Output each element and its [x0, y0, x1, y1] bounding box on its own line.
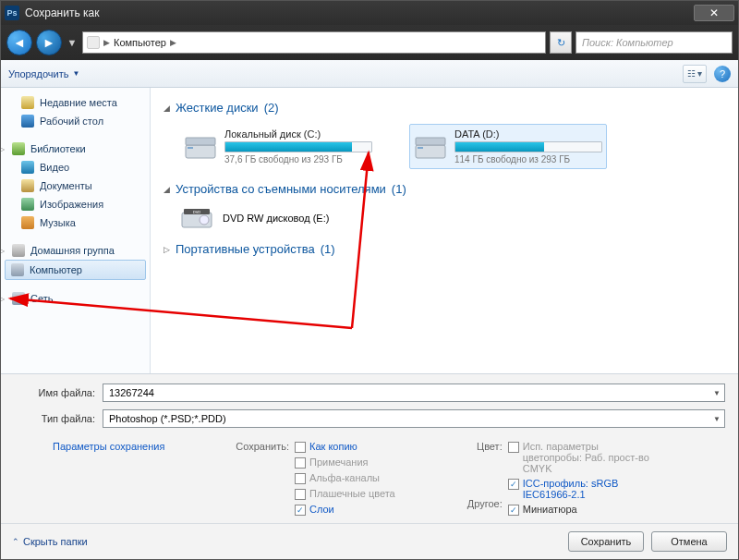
dropdown-icon: ▼: [713, 415, 721, 423]
homegroup-icon: [12, 244, 25, 257]
drive-c[interactable]: Локальный диск (C:) 37,6 ГБ свободно из …: [180, 124, 376, 169]
checkbox-icon: [508, 442, 519, 453]
dropdown-icon: ▼: [713, 389, 721, 397]
button-label: Сохранить: [581, 536, 632, 547]
forward-button[interactable]: ►: [36, 30, 62, 55]
sidebar-item-music[interactable]: Музыка: [1, 213, 150, 232]
checkbox-icc[interactable]: ✓ICC-профиль: sRGB IEC61966-2.1: [508, 478, 656, 500]
dialog-body: Недавние места Рабочий стол ▷Библиотеки …: [1, 88, 738, 373]
checkbox-label: Миниатюра: [523, 504, 577, 515]
expand-icon: ▷: [1, 295, 6, 303]
drives-row: Локальный диск (C:) 37,6 ГБ свободно из …: [164, 124, 725, 169]
sidebar-item-images[interactable]: Изображения: [1, 195, 150, 213]
checkbox-proof[interactable]: Исп. параметры цветопробы: Раб. прост-во…: [508, 441, 656, 474]
refresh-button[interactable]: ↻: [550, 31, 572, 54]
help-button[interactable]: ?: [714, 66, 731, 82]
expand-icon: ▷: [164, 245, 170, 254]
sidebar-item-computer[interactable]: Компьютер: [5, 260, 146, 280]
drive-name: Локальный диск (C:): [224, 128, 372, 140]
section-removable[interactable]: ◢ Устройства со съемными носителями (1): [164, 182, 725, 196]
hide-folders-label: Скрыть папки: [23, 536, 88, 547]
sidebar-item-desktop[interactable]: Рабочий стол: [1, 112, 150, 130]
sidebar-item-network[interactable]: ▷Сеть: [1, 289, 150, 308]
app-icon: Ps: [5, 6, 19, 20]
organize-button[interactable]: Упорядочить ▼: [8, 68, 79, 79]
filename-input[interactable]: 13267244 ▼: [103, 383, 725, 402]
dialog-footer: ⌃ Скрыть папки Сохранить Отмена: [1, 523, 738, 559]
computer-icon: [11, 263, 24, 276]
drive-freespace: 114 ГБ свободно из 293 ГБ: [454, 154, 602, 164]
section-count: (2): [264, 101, 279, 115]
dvd-icon: DVD: [180, 205, 213, 231]
chevron-right-icon: ▶: [103, 38, 110, 47]
caret-down-icon: ▼: [72, 69, 79, 78]
section-hard-drives[interactable]: ◢ Жесткие диски (2): [164, 101, 725, 115]
checkbox-icon: [295, 457, 306, 469]
sidebar-item-label: Недавние места: [40, 97, 117, 108]
save-options: Параметры сохранения Сохранить: Как копи…: [14, 435, 725, 516]
svg-text:DVD: DVD: [193, 210, 201, 214]
drive-name: DATA (D:): [454, 128, 602, 140]
hide-folders-link[interactable]: ⌃ Скрыть папки: [12, 536, 88, 547]
button-label: Отмена: [671, 536, 707, 547]
hdd-icon: [414, 132, 447, 162]
svg-point-9: [200, 215, 209, 225]
close-button[interactable]: ✕: [694, 5, 734, 21]
checkbox-label: Плашечные цвета: [309, 488, 395, 499]
section-count: (1): [392, 182, 406, 196]
checkbox-icon: ✓: [508, 505, 519, 516]
nav-history-dropdown[interactable]: ▼: [66, 31, 79, 54]
search-input[interactable]: Поиск: Компьютер: [575, 31, 733, 54]
checkbox-icon: [295, 489, 306, 500]
checkbox-notes[interactable]: Примечания: [295, 457, 395, 469]
capacity-bar: [224, 141, 372, 152]
sidebar: Недавние места Рабочий стол ▷Библиотеки …: [1, 88, 151, 373]
section-count: (1): [321, 242, 335, 256]
sidebar-item-libraries[interactable]: ▷Библиотеки: [1, 140, 150, 158]
sidebar-item-documents[interactable]: Документы: [1, 177, 150, 195]
checkbox-label: Как копию: [309, 441, 357, 452]
sidebar-item-recent[interactable]: Недавние места: [1, 93, 150, 112]
save-button[interactable]: Сохранить: [568, 531, 644, 552]
checkbox-spot[interactable]: Плашечные цвета: [295, 488, 395, 500]
chevron-up-icon: ⌃: [12, 537, 19, 546]
checkbox-icon: [295, 442, 306, 453]
network-icon: [12, 292, 25, 305]
content-pane: ◢ Жесткие диски (2) Локальный диск (C:) …: [151, 88, 738, 373]
checkbox-thumbnail[interactable]: ✓Миниатюра: [508, 504, 656, 516]
checkbox-as-copy[interactable]: Как копию: [295, 441, 395, 453]
drive-name: DVD RW дисковод (E:): [223, 213, 329, 224]
section-portable[interactable]: ▷ Портативные устройства (1): [164, 242, 725, 256]
checkbox-alpha[interactable]: Альфа-каналы: [295, 472, 395, 484]
svg-rect-1: [188, 147, 193, 149]
sidebar-item-homegroup[interactable]: ▷Домашняя группа: [1, 241, 150, 260]
sidebar-item-video[interactable]: Видео: [1, 158, 150, 177]
chevron-right-icon: ▶: [170, 38, 176, 47]
cancel-button[interactable]: Отмена: [651, 531, 727, 552]
view-options-button[interactable]: ☷ ▾: [683, 65, 707, 83]
capacity-bar: [454, 141, 602, 152]
filetype-select[interactable]: Photoshop (*.PSD;*.PDD) ▼: [103, 409, 725, 428]
section-title: Устройства со съемными носителями: [176, 182, 386, 196]
sidebar-item-label: Документы: [40, 180, 92, 191]
desktop-icon: [21, 115, 34, 128]
section-title: Жесткие диски: [176, 101, 259, 115]
filetype-row: Тип файла: Photoshop (*.PSD;*.PDD) ▼: [14, 409, 725, 428]
organize-label: Упорядочить: [8, 68, 68, 79]
filetype-label: Тип файла:: [14, 413, 95, 424]
checkbox-layers[interactable]: ✓Слои: [295, 504, 395, 516]
sidebar-item-label: Сеть: [30, 293, 53, 304]
section-title: Портативные устройства: [176, 242, 315, 256]
drive-d[interactable]: DATA (D:) 114 ГБ свободно из 293 ГБ: [409, 124, 607, 169]
recent-icon: [21, 96, 34, 109]
checkbox-icon: ✓: [295, 505, 306, 516]
filetype-value: Photoshop (*.PSD;*.PDD): [109, 413, 226, 424]
svg-rect-2: [186, 138, 215, 145]
back-button[interactable]: ◄: [6, 30, 32, 55]
save-params-link[interactable]: Параметры сохранения: [53, 441, 182, 452]
filename-label: Имя файла:: [14, 387, 95, 398]
svg-rect-5: [416, 138, 445, 145]
svg-rect-4: [418, 147, 423, 149]
drive-dvd[interactable]: DVD DVD RW дисковод (E:): [164, 205, 725, 231]
breadcrumb[interactable]: ▶ Компьютер ▶: [82, 31, 546, 54]
